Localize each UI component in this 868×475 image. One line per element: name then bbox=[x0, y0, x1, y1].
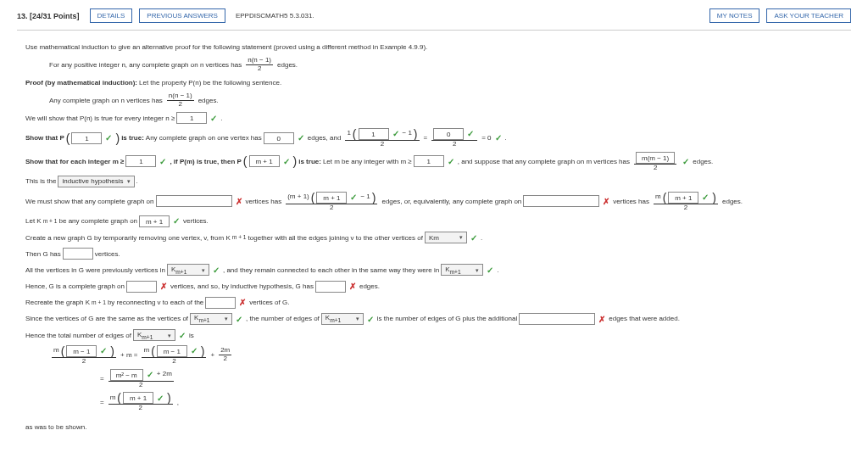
cross-icon: ✗ bbox=[234, 196, 244, 206]
reconnect-input[interactable] bbox=[205, 297, 236, 309]
show-p-label: Show that P bbox=[25, 131, 64, 144]
is-colon: is bbox=[189, 329, 194, 342]
reconnect: by reconnecting v to each of the bbox=[108, 296, 203, 309]
km1-vertices-input[interactable]: m + 1 bbox=[139, 215, 170, 227]
is-true-1: is true: bbox=[121, 131, 144, 144]
this-is: This is the bbox=[25, 175, 56, 187]
check-icon: ✓ bbox=[700, 193, 710, 203]
eq-zero: = 0 bbox=[481, 131, 491, 144]
show-each-label: Show that for each integer m ≥ bbox=[25, 155, 124, 168]
base-n-input[interactable]: 1 bbox=[176, 112, 207, 124]
proof-sub: Let the property P(n) be the following s… bbox=[139, 76, 281, 89]
mp1-input-2[interactable]: m + 1 bbox=[668, 192, 698, 204]
mp1-frac-input[interactable]: m + 1 bbox=[316, 192, 347, 204]
period: . bbox=[220, 112, 222, 125]
show-p-input[interactable]: 1 bbox=[71, 132, 102, 144]
calc-frac-4: m(m + 1✓) 2 bbox=[108, 392, 173, 412]
vertices-only-2: vertices. bbox=[95, 248, 120, 260]
vertices-has-2: vertices has bbox=[613, 195, 649, 208]
zero-over-2: 0✓ 2 bbox=[431, 128, 477, 148]
zero-input[interactable]: 0 bbox=[264, 132, 294, 144]
since: Since the vertices of G are the same as … bbox=[25, 312, 188, 325]
prop-post: edges. bbox=[198, 94, 219, 107]
remain-select[interactable]: Km+1 bbox=[441, 264, 483, 276]
together-text: together with all the edges joining v to… bbox=[248, 232, 423, 244]
and-remain: , and they remain connected to each othe… bbox=[223, 264, 439, 277]
check-icon: ✓ bbox=[469, 232, 479, 243]
check-icon: ✓ bbox=[189, 346, 199, 356]
cross-icon: ✗ bbox=[159, 282, 169, 292]
since-select-1[interactable]: Km+1 bbox=[190, 313, 232, 325]
if-pm: , if P(m) is true, then P bbox=[170, 155, 241, 168]
my-notes-button[interactable]: MY NOTES bbox=[709, 8, 760, 23]
plus-m: + m = bbox=[120, 349, 137, 361]
calc-frac-3: m² − m✓+ 2m 2 bbox=[108, 369, 174, 389]
zero-input-2[interactable]: 0 bbox=[433, 128, 464, 140]
all-vert-select[interactable]: Km+1 bbox=[167, 264, 209, 276]
additional-input[interactable] bbox=[519, 313, 595, 325]
check-icon: ✓ bbox=[98, 346, 108, 356]
check-icon: ✓ bbox=[171, 216, 181, 226]
check-icon: ✓ bbox=[211, 265, 221, 275]
must-show-input-2[interactable] bbox=[523, 195, 599, 207]
edges-and: edges, and bbox=[308, 131, 342, 144]
since-select-2[interactable]: Km+1 bbox=[321, 313, 364, 325]
check-icon: ✓ bbox=[296, 133, 306, 143]
hence-input-1[interactable] bbox=[126, 281, 157, 293]
hence-input-2[interactable] bbox=[315, 281, 346, 293]
each-m-input[interactable]: 1 bbox=[125, 155, 156, 167]
edges-text-3: edges. bbox=[359, 280, 380, 293]
inductive-hyp-select[interactable]: inductive hypothesis bbox=[58, 176, 134, 187]
previous-answers-button[interactable]: PREVIOUS ANSWERS bbox=[139, 8, 225, 23]
check-icon: ✓ bbox=[365, 314, 376, 324]
calc4-input[interactable]: m + 1 bbox=[123, 392, 153, 404]
check-icon: ✓ bbox=[465, 129, 476, 139]
ask-teacher-button[interactable]: ASK YOUR TEACHER bbox=[766, 8, 851, 23]
g-vertices-input[interactable] bbox=[63, 248, 93, 260]
mm1-num-input[interactable]: m(m − 1) bbox=[636, 152, 675, 164]
question-ref: EPPDISCMATH5 5.3.031. bbox=[236, 12, 314, 20]
is-num: is the number of edges of G plus the add… bbox=[377, 312, 517, 325]
check-icon: ✓ bbox=[103, 133, 114, 143]
check-icon: ✓ bbox=[391, 129, 401, 139]
basis-frac: 1( 1 ✓ − 1) 2 bbox=[345, 128, 419, 148]
mp1-input[interactable]: m + 1 bbox=[249, 155, 280, 167]
statement-pre: For any positive integer n, any complete… bbox=[49, 59, 242, 71]
all-vert: All the vertices in G were previously ve… bbox=[25, 264, 165, 277]
check-icon: ✓ bbox=[446, 156, 456, 166]
must-show-input-1[interactable] bbox=[156, 195, 232, 207]
q-points: [24/31 Points] bbox=[30, 12, 80, 20]
calc-frac-1: m(m − 1✓) 2 bbox=[52, 345, 116, 366]
must-show: We must show that any complete graph on bbox=[25, 195, 154, 208]
vertices-of-g: vertices of G. bbox=[249, 296, 289, 309]
calc1-input[interactable]: m − 1 bbox=[66, 345, 97, 357]
basis-num-input[interactable]: 1 bbox=[359, 128, 389, 140]
let-m-input[interactable]: 1 bbox=[414, 155, 444, 167]
check-icon: ✓ bbox=[234, 314, 244, 324]
edges-added: edges that were added. bbox=[609, 312, 680, 325]
vertices-has: vertices has bbox=[246, 195, 282, 208]
check-icon: ✓ bbox=[155, 393, 165, 403]
num-edges-of: , the number of edges of bbox=[246, 312, 320, 325]
vhyp: vertices, and so, by inductive hypothesi… bbox=[170, 280, 314, 293]
cross-icon: ✗ bbox=[348, 282, 358, 292]
calc2-input[interactable]: m − 1 bbox=[157, 345, 187, 357]
details-button[interactable]: DETAILS bbox=[90, 8, 133, 23]
check-icon: ✓ bbox=[158, 156, 168, 166]
check-icon: ✓ bbox=[177, 330, 187, 340]
check-icon: ✓ bbox=[281, 156, 292, 166]
recreate: Recreate the graph K bbox=[25, 296, 90, 309]
km-select-1[interactable]: Km bbox=[425, 232, 467, 243]
calc3-input[interactable]: m² − m bbox=[110, 369, 143, 381]
vertices-only: vertices. bbox=[183, 215, 209, 227]
hence-total: Hence the total number of edges of bbox=[25, 329, 131, 342]
mp1-frac-2: m( m + 1 ✓ ) 2 bbox=[654, 192, 718, 212]
calc-frac-2: m(m − 1✓) 2 bbox=[142, 345, 206, 366]
check-icon: ✓ bbox=[209, 113, 219, 123]
prop-pre: Any complete graph on n vertices has bbox=[49, 94, 163, 107]
total-select[interactable]: Km+1 bbox=[133, 329, 175, 341]
check-icon: ✓ bbox=[348, 193, 359, 203]
calc-frac-2m: 2m 2 bbox=[219, 347, 231, 363]
then-g: Then G has bbox=[25, 248, 61, 260]
we-will-text: We will show that P(n) is true for every… bbox=[25, 112, 175, 125]
